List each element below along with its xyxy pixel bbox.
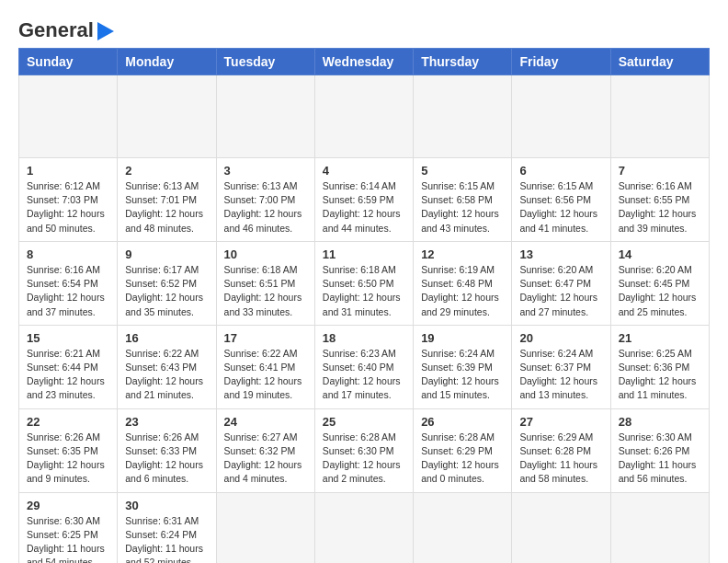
daylight-text: Daylight: 12 hours and 37 minutes. [27, 291, 109, 318]
cell-info: Sunrise: 6:17 AMSunset: 6:52 PMDaylight:… [125, 263, 208, 319]
cell-info: Sunrise: 6:15 AMSunset: 6:58 PMDaylight:… [421, 179, 504, 236]
sunset-text: Sunset: 6:30 PM [323, 444, 405, 458]
sunrise-text: Sunrise: 6:20 AM [619, 263, 701, 277]
daylight-text: Daylight: 12 hours and 35 minutes. [125, 291, 208, 318]
calendar-cell: 25Sunrise: 6:28 AMSunset: 6:30 PMDayligh… [314, 408, 413, 492]
sunset-text: Sunset: 6:45 PM [619, 277, 701, 291]
cell-info: Sunrise: 6:30 AMSunset: 6:25 PMDaylight:… [27, 514, 109, 564]
sunrise-text: Sunrise: 6:28 AM [323, 431, 405, 444]
daylight-text: Daylight: 12 hours and 0 minutes. [421, 458, 504, 486]
cell-info: Sunrise: 6:12 AMSunset: 7:03 PMDaylight:… [27, 179, 109, 236]
cell-info: Sunrise: 6:29 AMSunset: 6:28 PMDaylight:… [519, 431, 602, 487]
calendar-cell [512, 75, 610, 158]
day-number: 5 [421, 164, 504, 178]
day-number: 15 [27, 331, 109, 345]
sunset-text: Sunset: 6:44 PM [27, 361, 109, 374]
sunrise-text: Sunrise: 6:22 AM [125, 347, 208, 361]
sunrise-text: Sunrise: 6:31 AM [125, 514, 208, 528]
sunset-text: Sunset: 6:39 PM [421, 361, 504, 374]
sunrise-text: Sunrise: 6:15 AM [519, 179, 602, 193]
calendar-cell: 7Sunrise: 6:16 AMSunset: 6:55 PMDaylight… [610, 158, 709, 242]
calendar-cell: 5Sunrise: 6:15 AMSunset: 6:58 PMDaylight… [414, 158, 512, 242]
sunset-text: Sunset: 6:48 PM [421, 277, 504, 291]
day-number: 3 [224, 164, 307, 178]
daylight-text: Daylight: 12 hours and 6 minutes. [125, 458, 208, 486]
calendar-cell: 3Sunrise: 6:13 AMSunset: 7:00 PMDaylight… [216, 158, 314, 242]
logo-arrow-icon [97, 22, 114, 40]
cell-info: Sunrise: 6:22 AMSunset: 6:43 PMDaylight:… [125, 347, 208, 403]
sunset-text: Sunset: 6:55 PM [619, 193, 701, 207]
sunset-text: Sunset: 6:24 PM [125, 528, 208, 542]
calendar-row: 1Sunrise: 6:12 AMSunset: 7:03 PMDaylight… [19, 158, 710, 242]
calendar-cell: 1Sunrise: 6:12 AMSunset: 7:03 PMDaylight… [19, 158, 118, 242]
cell-info: Sunrise: 6:28 AMSunset: 6:29 PMDaylight:… [421, 431, 504, 487]
day-number: 18 [323, 331, 405, 345]
day-number: 29 [27, 499, 109, 512]
calendar-cell: 22Sunrise: 6:26 AMSunset: 6:35 PMDayligh… [19, 408, 118, 492]
calendar-cell: 15Sunrise: 6:21 AMSunset: 6:44 PMDayligh… [19, 325, 118, 408]
day-header-thursday: Thursday [414, 49, 512, 75]
day-header-wednesday: Wednesday [314, 49, 413, 75]
calendar-cell: 30Sunrise: 6:31 AMSunset: 6:24 PMDayligh… [118, 492, 216, 563]
calendar-cell [414, 75, 512, 158]
sunrise-text: Sunrise: 6:30 AM [27, 514, 109, 528]
daylight-text: Daylight: 12 hours and 11 minutes. [619, 374, 701, 402]
page-header: General [18, 18, 710, 39]
calendar-row: 22Sunrise: 6:26 AMSunset: 6:35 PMDayligh… [19, 408, 710, 492]
sunrise-text: Sunrise: 6:19 AM [421, 263, 504, 277]
calendar-cell [216, 492, 314, 563]
calendar-cell: 18Sunrise: 6:23 AMSunset: 6:40 PMDayligh… [314, 325, 413, 408]
calendar-cell: 6Sunrise: 6:15 AMSunset: 6:56 PMDaylight… [512, 158, 610, 242]
day-number: 4 [323, 164, 405, 178]
calendar-table: SundayMondayTuesdayWednesdayThursdayFrid… [18, 48, 710, 563]
sunset-text: Sunset: 6:41 PM [224, 361, 307, 374]
sunset-text: Sunset: 6:54 PM [27, 277, 109, 291]
calendar-cell: 16Sunrise: 6:22 AMSunset: 6:43 PMDayligh… [118, 325, 216, 408]
cell-info: Sunrise: 6:30 AMSunset: 6:26 PMDaylight:… [619, 431, 701, 487]
day-number: 12 [421, 247, 504, 261]
sunrise-text: Sunrise: 6:18 AM [224, 263, 307, 277]
sunrise-text: Sunrise: 6:29 AM [519, 431, 602, 444]
day-number: 8 [27, 247, 109, 261]
daylight-text: Daylight: 12 hours and 44 minutes. [323, 207, 405, 235]
day-number: 21 [619, 331, 701, 345]
cell-info: Sunrise: 6:16 AMSunset: 6:55 PMDaylight:… [619, 179, 701, 236]
day-number: 13 [519, 247, 602, 261]
calendar-cell: 14Sunrise: 6:20 AMSunset: 6:45 PMDayligh… [610, 241, 709, 325]
sunset-text: Sunset: 7:00 PM [224, 193, 307, 207]
sunset-text: Sunset: 6:56 PM [519, 193, 602, 207]
sunset-text: Sunset: 6:52 PM [125, 277, 208, 291]
cell-info: Sunrise: 6:20 AMSunset: 6:47 PMDaylight:… [519, 263, 602, 319]
calendar-row: 8Sunrise: 6:16 AMSunset: 6:54 PMDaylight… [19, 241, 710, 325]
day-number: 22 [27, 415, 109, 429]
cell-info: Sunrise: 6:25 AMSunset: 6:36 PMDaylight:… [619, 347, 701, 403]
calendar-cell [610, 75, 709, 158]
calendar-cell [314, 492, 413, 563]
daylight-text: Daylight: 11 hours and 58 minutes. [519, 458, 602, 486]
cell-info: Sunrise: 6:26 AMSunset: 6:33 PMDaylight:… [125, 431, 208, 487]
sunrise-text: Sunrise: 6:16 AM [27, 263, 109, 277]
sunset-text: Sunset: 6:58 PM [421, 193, 504, 207]
calendar-row [19, 75, 710, 158]
sunrise-text: Sunrise: 6:23 AM [323, 347, 405, 361]
day-number: 16 [125, 331, 208, 345]
daylight-text: Daylight: 12 hours and 19 minutes. [224, 374, 307, 402]
sunrise-text: Sunrise: 6:20 AM [519, 263, 602, 277]
day-header-sunday: Sunday [19, 49, 118, 75]
calendar-cell: 12Sunrise: 6:19 AMSunset: 6:48 PMDayligh… [414, 241, 512, 325]
day-number: 14 [619, 247, 701, 261]
calendar-cell: 9Sunrise: 6:17 AMSunset: 6:52 PMDaylight… [118, 241, 216, 325]
calendar-cell: 21Sunrise: 6:25 AMSunset: 6:36 PMDayligh… [610, 325, 709, 408]
daylight-text: Daylight: 12 hours and 4 minutes. [224, 458, 307, 486]
calendar-cell: 11Sunrise: 6:18 AMSunset: 6:50 PMDayligh… [314, 241, 413, 325]
calendar-cell [512, 492, 610, 563]
daylight-text: Daylight: 12 hours and 9 minutes. [27, 458, 109, 486]
cell-info: Sunrise: 6:24 AMSunset: 6:37 PMDaylight:… [519, 347, 602, 403]
cell-info: Sunrise: 6:20 AMSunset: 6:45 PMDaylight:… [619, 263, 701, 319]
cell-info: Sunrise: 6:19 AMSunset: 6:48 PMDaylight:… [421, 263, 504, 319]
daylight-text: Daylight: 12 hours and 43 minutes. [421, 207, 504, 235]
cell-info: Sunrise: 6:26 AMSunset: 6:35 PMDaylight:… [27, 431, 109, 487]
logo-text-line1: General [18, 18, 94, 42]
logo: General [18, 18, 114, 39]
day-number: 30 [125, 499, 208, 512]
